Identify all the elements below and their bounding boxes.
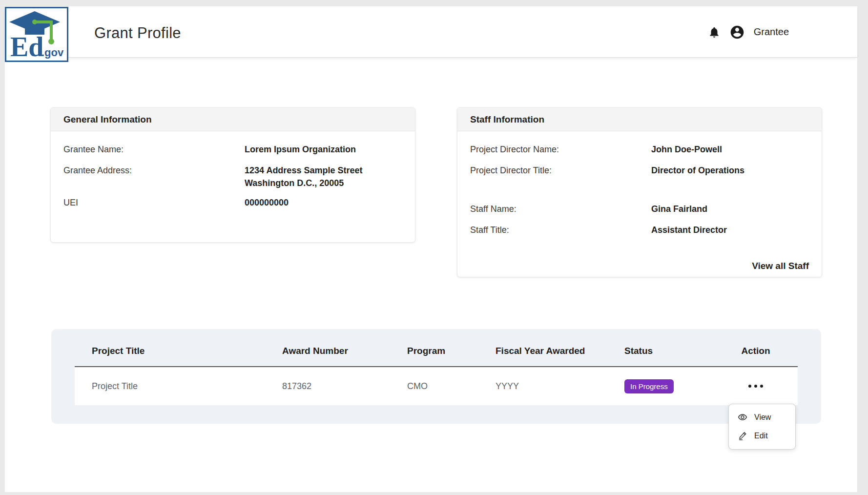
cell-project-title: Project Title bbox=[75, 381, 265, 392]
project-director-name-label: Project Director Name: bbox=[470, 143, 651, 156]
general-information-body: Grantee Name: Lorem Ipsum Organization G… bbox=[51, 131, 415, 209]
project-director-title-row: Project Director Title: Director of Oper… bbox=[470, 164, 809, 177]
status-badge: In Progress bbox=[624, 379, 674, 393]
ed-gov-logo-graphic: Ed .gov bbox=[9, 10, 64, 59]
grantee-name-label: Grantee Name: bbox=[63, 143, 245, 156]
notifications-button[interactable] bbox=[708, 26, 721, 39]
staff-section-gap bbox=[470, 185, 809, 203]
cell-action bbox=[714, 381, 797, 392]
user-role-label: Grantee bbox=[754, 26, 789, 38]
grantee-address-line1: 1234 Address Sample Street bbox=[245, 165, 362, 175]
staff-information-card: Staff Information Project Director Name:… bbox=[457, 107, 822, 277]
staff-information-body: Project Director Name: John Doe-Powell P… bbox=[457, 131, 822, 271]
action-dropdown-menu: View Edit bbox=[728, 404, 796, 450]
pencil-icon bbox=[738, 431, 747, 441]
cell-fiscal-year: YYYY bbox=[478, 381, 607, 392]
view-menu-label: View bbox=[754, 413, 771, 422]
general-information-title: General Information bbox=[63, 114, 152, 125]
uei-row: UEI 000000000 bbox=[63, 196, 402, 209]
general-information-header: General Information bbox=[51, 108, 415, 131]
project-director-title-value: Director of Operations bbox=[651, 164, 809, 177]
menu-item-view[interactable]: View bbox=[729, 408, 795, 427]
user-menu-button[interactable] bbox=[729, 24, 745, 40]
project-director-name-row: Project Director Name: John Doe-Powell bbox=[470, 143, 809, 156]
general-information-card: General Information Grantee Name: Lorem … bbox=[50, 107, 415, 243]
projects-table-header-row: Project Title Award Number Program Fisca… bbox=[75, 336, 798, 366]
ellipsis-icon bbox=[748, 385, 751, 388]
logo-ed-text: Ed bbox=[10, 32, 44, 59]
logo-gov-text: .gov bbox=[41, 46, 64, 59]
project-table-row: Project Title 817362 CMO YYYY In Progres… bbox=[75, 367, 798, 405]
edit-menu-label: Edit bbox=[754, 432, 768, 440]
uei-value: 000000000 bbox=[245, 196, 402, 209]
view-all-staff-button[interactable]: View all Staff bbox=[752, 261, 809, 271]
staff-title-row: Staff Title: Assistant Director bbox=[470, 224, 809, 236]
cell-program: CMO bbox=[390, 381, 478, 392]
staff-information-header: Staff Information bbox=[457, 108, 822, 131]
projects-table-panel: Project Title Award Number Program Fisca… bbox=[51, 329, 821, 424]
col-header-fiscal-year: Fiscal Year Awarded bbox=[478, 346, 607, 356]
grantee-address-row: Grantee Address: 1234 Address Sample Str… bbox=[63, 164, 402, 189]
staff-title-label: Staff Title: bbox=[470, 224, 651, 236]
grantee-address-line2: Washington D.C., 20005 bbox=[245, 178, 344, 188]
grant-profile-page: { "header": { "title": "Grant Profile", … bbox=[0, 0, 868, 495]
col-header-action: Action bbox=[714, 346, 797, 356]
col-header-award-number: Award Number bbox=[265, 346, 390, 356]
ed-gov-logo[interactable]: Ed .gov bbox=[5, 7, 68, 62]
staff-name-label: Staff Name: bbox=[470, 203, 651, 215]
page-title: Grant Profile bbox=[94, 24, 181, 42]
grantee-name-row: Grantee Name: Lorem Ipsum Organization bbox=[63, 143, 402, 156]
project-director-title-label: Project Director Title: bbox=[470, 164, 651, 177]
staff-title-value: Assistant Director bbox=[651, 224, 809, 236]
staff-name-row: Staff Name: Gina Fairland bbox=[470, 203, 809, 215]
grantee-address-value: 1234 Address Sample Street Washington D.… bbox=[245, 164, 402, 189]
col-header-status: Status bbox=[607, 346, 714, 356]
bell-icon bbox=[708, 26, 721, 39]
menu-item-edit[interactable]: Edit bbox=[729, 427, 795, 445]
avatar-icon bbox=[729, 24, 745, 40]
col-header-program: Program bbox=[390, 346, 478, 356]
app-header: Ed .gov Grant Profile Grantee bbox=[5, 6, 857, 58]
staff-information-title: Staff Information bbox=[470, 114, 544, 125]
more-actions-button[interactable] bbox=[744, 381, 767, 392]
grantee-address-label: Grantee Address: bbox=[63, 164, 245, 189]
cell-award-number: 817362 bbox=[265, 381, 390, 392]
uei-label: UEI bbox=[63, 196, 245, 209]
cell-status: In Progress bbox=[607, 379, 714, 393]
col-header-project-title: Project Title bbox=[75, 346, 265, 356]
view-all-staff-wrap: View all Staff bbox=[470, 261, 809, 271]
grantee-name-value: Lorem Ipsum Organization bbox=[245, 143, 402, 156]
eye-icon bbox=[738, 412, 747, 422]
project-director-name-value: John Doe-Powell bbox=[651, 143, 809, 156]
projects-table: Project Title Award Number Program Fisca… bbox=[75, 336, 798, 405]
header-right: Grantee bbox=[708, 6, 789, 58]
staff-name-value: Gina Fairland bbox=[651, 203, 809, 215]
